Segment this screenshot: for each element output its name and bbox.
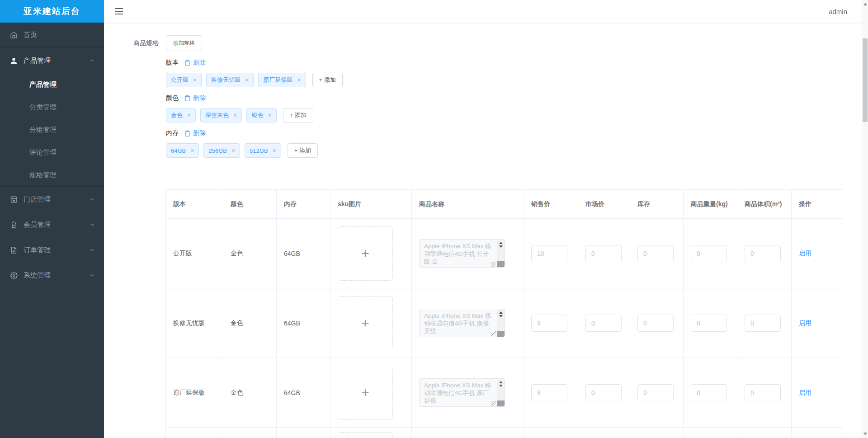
weight-input[interactable] [691, 384, 727, 401]
sku-image-upload[interactable]: + [338, 296, 393, 350]
product-name-textarea[interactable]: Apple iPhone XS Max 移动联通电信4G手机 公开版 金 [419, 239, 505, 268]
scroll-down-icon[interactable] [499, 385, 503, 387]
subitem-label: 规格管理 [29, 171, 57, 179]
spec-tag: 公开版 × [166, 73, 202, 87]
sidebar-subitem-group-management[interactable]: 分组管理 [0, 118, 104, 141]
sale-price-input[interactable] [531, 315, 567, 332]
spec-group-name: 版本 [166, 59, 179, 67]
sku-image-upload[interactable]: + [338, 366, 393, 420]
weight-input[interactable] [691, 315, 727, 332]
tag-close-icon[interactable]: × [273, 147, 276, 154]
sidebar-subitem-spec-management[interactable]: 规格管理 [0, 164, 104, 186]
spec-tag: 64GB × [166, 143, 199, 158]
textarea-resize-corner[interactable] [497, 261, 505, 267]
textarea-resize-corner[interactable] [497, 400, 505, 406]
textarea-scrollbar[interactable] [497, 379, 505, 406]
scroll-up-icon[interactable] [499, 311, 503, 314]
market-price-input[interactable] [585, 315, 622, 332]
stock-input[interactable] [637, 315, 674, 332]
tag-close-icon[interactable]: × [268, 112, 271, 118]
tag-close-icon[interactable]: × [297, 77, 301, 83]
enable-link[interactable]: 启用 [799, 250, 811, 257]
shop-icon [10, 196, 18, 203]
page-scrollbar[interactable] [862, 0, 868, 438]
table-row: 换修无忧版 金色 64GB + Apple iPhone XS Max 移动联通… [166, 288, 843, 358]
resize-grip-icon[interactable] [491, 262, 496, 267]
sku-image-upload[interactable] [338, 432, 393, 438]
delete-spec-link[interactable]: 删除 [193, 59, 206, 67]
user-menu[interactable]: admin [829, 8, 847, 15]
plus-icon: + [361, 386, 369, 400]
sidebar-subitem-product-management[interactable]: 产品管理 [0, 73, 104, 96]
sidebar-item-product-management[interactable]: 产品管理 [0, 48, 104, 73]
volume-input[interactable] [745, 245, 781, 262]
trash-icon[interactable] [184, 59, 191, 66]
sale-price-input[interactable] [531, 245, 567, 262]
sidebar-item-order-management[interactable]: 订单管理 [0, 237, 104, 263]
sidebar-item-home[interactable]: 首页 [0, 23, 104, 48]
market-price-input[interactable] [585, 245, 622, 262]
product-name-textarea[interactable]: Apple iPhone XS Max 移动联通电信4G手机 换修无忧 [419, 309, 505, 337]
tag-close-icon[interactable]: × [193, 77, 197, 83]
product-name-textarea[interactable]: Apple iPhone XS Max 移动联通电信4G手机 原厂延保 [419, 378, 505, 407]
market-price-input[interactable] [585, 384, 622, 401]
sidebar-item-member-management[interactable]: 会员管理 [0, 212, 104, 237]
cell-memory: 64GB [277, 219, 330, 288]
col-header-action: 操作 [792, 190, 843, 219]
delete-spec-link[interactable]: 删除 [193, 94, 206, 102]
spec-tag: 深空灰色 × [200, 108, 242, 122]
resize-grip-icon[interactable] [491, 401, 496, 406]
col-header-version: 版本 [166, 190, 223, 219]
scroll-down-icon[interactable] [499, 245, 503, 248]
add-tag-button[interactable]: + 添加 [283, 108, 313, 122]
trash-icon[interactable] [184, 94, 191, 102]
enable-link[interactable]: 启用 [799, 319, 811, 326]
scrollbar-thumb[interactable] [863, 38, 868, 122]
scroll-down-icon[interactable] [499, 315, 503, 317]
sidebar-subitem-category-management[interactable]: 分类管理 [0, 96, 104, 118]
trash-icon[interactable] [184, 130, 191, 137]
resize-grip-icon[interactable] [491, 331, 496, 336]
add-spec-button[interactable]: 添加规格 [166, 35, 202, 51]
delete-spec-link[interactable]: 删除 [193, 129, 206, 137]
spec-tag: 换修无忧版 × [206, 73, 254, 87]
enable-link[interactable]: 启用 [799, 389, 811, 396]
textarea-scrollbar[interactable] [497, 309, 505, 337]
sidebar-item-store-management[interactable]: 门店管理 [0, 187, 104, 212]
cell-memory: 64GB [277, 358, 330, 428]
scroll-up-icon[interactable] [499, 242, 503, 244]
scroll-up-icon[interactable] [499, 381, 503, 383]
textarea-resize-corner[interactable] [497, 331, 505, 337]
sku-image-upload[interactable]: + [338, 226, 393, 281]
stock-input[interactable] [637, 245, 674, 262]
col-header-product-name: 商品名称 [412, 190, 524, 219]
tag-close-icon[interactable]: × [233, 112, 237, 118]
hamburger-menu-icon[interactable] [114, 5, 124, 18]
stock-input[interactable] [637, 384, 674, 401]
scrollbar-down-icon[interactable] [863, 433, 867, 435]
scrollbar-up-icon[interactable] [863, 3, 867, 5]
app-logo: 亚米建站后台 [0, 0, 104, 23]
add-tag-button[interactable]: + 添加 [312, 73, 343, 87]
tag-close-icon[interactable]: × [245, 77, 249, 83]
spec-tags-color: 金色 × 深空灰色 × 银色 × + 添加 [166, 108, 868, 122]
textarea-scrollbar[interactable] [497, 240, 505, 267]
add-tag-button[interactable]: + 添加 [288, 143, 318, 158]
tag-label: 换修无忧版 [211, 76, 241, 84]
spec-section-label: 商品规格 [133, 39, 159, 47]
order-icon [10, 246, 18, 254]
tag-close-icon[interactable]: × [187, 112, 191, 118]
tag-close-icon[interactable]: × [190, 147, 194, 154]
cell-memory: 64GB [277, 288, 330, 358]
volume-input[interactable] [745, 384, 781, 401]
tag-close-icon[interactable]: × [231, 147, 235, 154]
sale-price-input[interactable] [531, 384, 567, 401]
subitem-label: 产品管理 [29, 80, 57, 89]
weight-input[interactable] [691, 245, 727, 262]
top-bar: admin [104, 0, 868, 23]
sidebar-subitem-comment-management[interactable]: 评论管理 [0, 141, 104, 164]
spec-tag: 256GB × [203, 143, 240, 158]
sidebar-item-system-management[interactable]: 系统管理 [0, 263, 104, 288]
col-header-sku-image: sku图片 [330, 190, 412, 219]
volume-input[interactable] [745, 315, 781, 332]
